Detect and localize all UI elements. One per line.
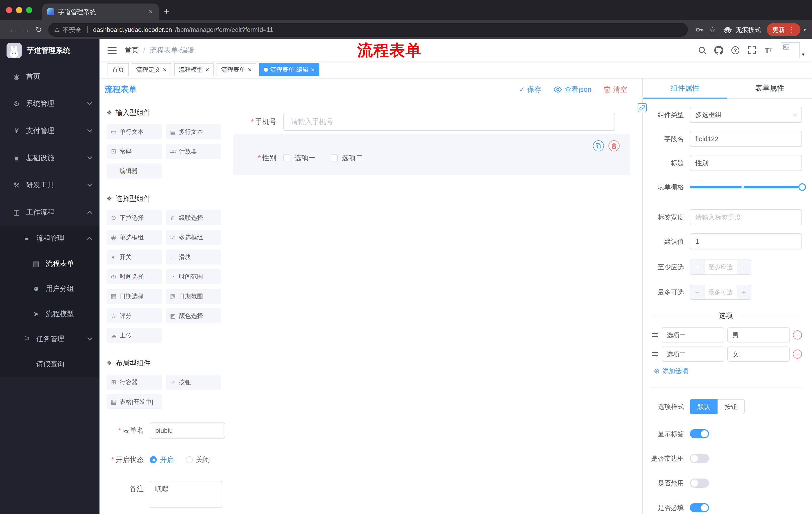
- sidebar-item-leave-query[interactable]: 请假查询: [0, 352, 99, 377]
- palette-item-slider[interactable]: ↔滑块: [166, 249, 221, 265]
- palette-item-time-range[interactable]: ◔时间范围: [166, 269, 221, 284]
- form-canvas[interactable]: *手机号: [226, 101, 642, 514]
- title-input[interactable]: [690, 155, 802, 171]
- palette-item-editor[interactable]: 编辑器: [107, 163, 162, 179]
- option-value-input[interactable]: [727, 347, 790, 361]
- delete-component-button[interactable]: [609, 140, 619, 152]
- decrease-button[interactable]: −: [690, 285, 704, 299]
- tag-close-icon[interactable]: ×: [311, 66, 315, 73]
- gender-checkbox-option-1[interactable]: 选项一: [283, 153, 316, 163]
- tab-form-props[interactable]: 表单属性: [727, 78, 812, 98]
- increase-button[interactable]: +: [736, 285, 751, 299]
- label-width-input[interactable]: [690, 209, 802, 225]
- tab-close-icon[interactable]: ×: [148, 8, 154, 16]
- phone-input[interactable]: [283, 113, 615, 131]
- status-off-radio[interactable]: [186, 456, 193, 463]
- palette-item-button[interactable]: ☞按钮: [166, 375, 221, 390]
- grid-slider[interactable]: [690, 179, 802, 195]
- sidebar-item-process-form[interactable]: ▤ 流程表单: [0, 251, 99, 276]
- font-size-icon[interactable]: TT: [760, 39, 777, 61]
- palette-item-checkbox-group[interactable]: ☑多选框组: [166, 230, 221, 245]
- copy-component-button[interactable]: [593, 140, 604, 152]
- sidebar-item-infrastructure[interactable]: ▣ 基础设施: [0, 144, 99, 171]
- slider-handle[interactable]: [799, 183, 806, 191]
- palette-item-counter[interactable]: 123计数器: [166, 144, 221, 159]
- sidebar-item-system[interactable]: ⚙ 系统管理: [0, 90, 99, 117]
- browser-tab[interactable]: 芋道管理系统 ×: [42, 3, 159, 20]
- drag-handle-icon[interactable]: [652, 331, 659, 339]
- breadcrumb-home[interactable]: 首页: [125, 46, 139, 55]
- required-toggle[interactable]: [690, 503, 709, 512]
- remove-option-button[interactable]: −: [793, 350, 802, 359]
- checkbox-icon[interactable]: [283, 154, 290, 161]
- palette-item-password[interactable]: ⊡密码: [107, 144, 162, 159]
- window-close-button[interactable]: [6, 7, 12, 13]
- help-icon[interactable]: ?: [727, 39, 744, 61]
- sidebar-item-process-management[interactable]: ≡ 流程管理: [0, 226, 99, 251]
- border-toggle[interactable]: [690, 454, 709, 463]
- bookmark-star-icon[interactable]: ☆: [706, 23, 719, 36]
- sidebar-item-process-model[interactable]: ➤ 流程模型: [0, 301, 99, 326]
- default-value-input[interactable]: [690, 233, 802, 249]
- selected-component-gender[interactable]: *性别 选项一 选项二: [233, 134, 630, 175]
- palette-item-dropdown-select[interactable]: ⊙下拉选择: [107, 210, 162, 225]
- drag-handle-icon[interactable]: [652, 351, 659, 358]
- palette-item-date-range[interactable]: ▧日期范围: [166, 289, 221, 304]
- gender-field-row[interactable]: *性别 选项一 选项二: [233, 153, 378, 163]
- increase-button[interactable]: +: [736, 260, 751, 274]
- avatar-caret-icon[interactable]: ▾: [802, 51, 805, 57]
- palette-item-color-picker[interactable]: ◩颜色选择: [166, 308, 221, 323]
- component-type-select[interactable]: [690, 107, 802, 123]
- gender-checkbox-option-2[interactable]: 选项二: [330, 153, 363, 163]
- palette-item-rate[interactable]: ☆评分: [107, 308, 162, 323]
- min-select-input[interactable]: [704, 260, 736, 274]
- palette-item-switch[interactable]: ◐开关: [107, 249, 162, 265]
- sidebar-item-workflow[interactable]: ◫ 工作流程: [0, 199, 99, 226]
- tag-home[interactable]: 首页: [108, 63, 128, 76]
- palette-item-time-picker[interactable]: ◷时间选择: [107, 269, 162, 284]
- sidebar-item-payment[interactable]: ¥ 支付管理: [0, 117, 99, 144]
- status-on-label[interactable]: 开启: [160, 455, 174, 464]
- palette-item-table[interactable]: ▦表格[开发中]: [107, 394, 162, 409]
- address-bar[interactable]: ⚠ 不安全 dashboard.yudao.iocoder.cn/bpm/man…: [48, 23, 688, 37]
- sidebar-item-devtools[interactable]: ⚒ 研发工具: [0, 171, 99, 199]
- status-on-radio[interactable]: [150, 456, 157, 463]
- disabled-toggle[interactable]: [690, 479, 709, 488]
- avatar[interactable]: ▾: [781, 42, 800, 58]
- style-button-button[interactable]: 按钮: [718, 399, 745, 414]
- sidebar-item-user-group[interactable]: ☻ 用户分组: [0, 276, 99, 301]
- toolbar-caret-icon[interactable]: ▾: [804, 27, 806, 33]
- update-button[interactable]: 更新 ⋮: [767, 23, 801, 36]
- tag-close-icon[interactable]: ×: [205, 66, 209, 73]
- link-anchor-button[interactable]: [638, 103, 647, 112]
- back-button[interactable]: ←: [6, 23, 19, 36]
- tag-close-icon[interactable]: ×: [248, 66, 252, 73]
- search-icon[interactable]: [694, 39, 710, 61]
- palette-item-radio-group[interactable]: ◉单选框组: [107, 230, 162, 245]
- clear-button[interactable]: 清空: [604, 85, 627, 94]
- remove-option-button[interactable]: −: [793, 330, 802, 340]
- tab-component-props[interactable]: 组件属性: [643, 78, 727, 98]
- show-label-toggle[interactable]: [690, 429, 709, 438]
- palette-item-upload[interactable]: ☁上传: [107, 328, 162, 343]
- form-name-input[interactable]: [150, 423, 225, 438]
- palette-item-multi-line-text[interactable]: ▤多行文本: [166, 124, 221, 139]
- field-name-input[interactable]: [690, 131, 802, 147]
- max-select-input[interactable]: [704, 285, 736, 299]
- decrease-button[interactable]: −: [690, 260, 704, 274]
- security-warning-icon[interactable]: ⚠: [54, 26, 60, 33]
- palette-item-single-line-text[interactable]: ▭单行文本: [107, 124, 162, 139]
- github-icon[interactable]: [710, 39, 727, 61]
- forward-button[interactable]: →: [19, 23, 32, 36]
- reload-button[interactable]: ↻: [32, 23, 45, 36]
- add-option-button[interactable]: ⊕ 添加选项: [654, 367, 802, 375]
- fullscreen-icon[interactable]: [744, 39, 760, 61]
- new-tab-button[interactable]: +: [164, 6, 169, 17]
- style-default-button[interactable]: 默认: [690, 399, 718, 414]
- tag-process-definition[interactable]: 流程定义 ×: [132, 63, 171, 76]
- palette-item-row-container[interactable]: ⊞行容器: [107, 375, 162, 390]
- sidebar-item-task-management[interactable]: ⚐ 任务管理: [0, 326, 99, 352]
- save-button[interactable]: ✓ 保存: [519, 85, 541, 94]
- palette-item-date-picker[interactable]: ▦日期选择: [107, 289, 162, 304]
- status-off-label[interactable]: 关闭: [196, 455, 210, 464]
